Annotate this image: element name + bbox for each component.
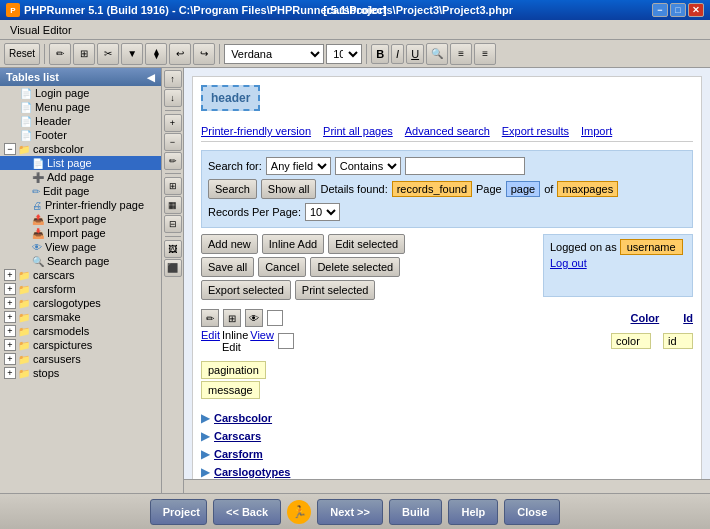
sidebar-collapse-button[interactable]: ◀ xyxy=(147,72,155,83)
vert-btn-9[interactable]: 🖼 xyxy=(164,240,182,258)
sidebar-item-stops[interactable]: + 📁 stops xyxy=(0,366,161,380)
vert-btn-1[interactable]: ↑ xyxy=(164,70,182,88)
per-page-select[interactable]: 10 xyxy=(305,203,340,221)
align-left-button[interactable]: ≡ xyxy=(450,43,472,65)
expander-carsusers[interactable]: + xyxy=(4,353,16,365)
close-window-button[interactable]: ✕ xyxy=(688,3,704,17)
toolbar-btn-4[interactable]: ▼ xyxy=(121,43,143,65)
table-edit-icon[interactable]: ✏ xyxy=(201,309,219,327)
export-results-link[interactable]: Export results xyxy=(502,125,569,137)
list-item-carscars[interactable]: ▶ Carscars xyxy=(201,427,693,445)
reset-button[interactable]: Reset xyxy=(4,43,40,65)
search-button[interactable]: Search xyxy=(208,179,257,199)
col-header-id[interactable]: Id xyxy=(683,312,693,324)
vert-btn-3[interactable]: + xyxy=(164,114,182,132)
sidebar-item-carsform[interactable]: + 📁 carsform xyxy=(0,282,161,296)
vert-btn-2[interactable]: ↓ xyxy=(164,89,182,107)
vert-btn-5[interactable]: ✏ xyxy=(164,152,182,170)
expander-carsform[interactable]: + xyxy=(4,283,16,295)
edit-link[interactable]: Edit xyxy=(201,329,220,353)
table-view-icon[interactable]: 👁 xyxy=(245,309,263,327)
vert-btn-8[interactable]: ⊟ xyxy=(164,215,182,233)
cancel-button[interactable]: Cancel xyxy=(258,257,306,277)
toolbar-btn-2[interactable]: ⊞ xyxy=(73,43,95,65)
sidebar-item-carslogotypes[interactable]: + 📁 carslogotypes xyxy=(0,296,161,310)
toolbar-btn-7[interactable]: ↪ xyxy=(193,43,215,65)
italic-button[interactable]: I xyxy=(391,44,404,64)
sidebar-item-carspictures[interactable]: + 📁 carspictures xyxy=(0,338,161,352)
vert-btn-10[interactable]: ⬛ xyxy=(164,259,182,277)
zoom-button[interactable]: 🔍 xyxy=(426,43,448,65)
print-all-link[interactable]: Print all pages xyxy=(323,125,393,137)
toolbar-btn-1[interactable]: ✏ xyxy=(49,43,71,65)
sidebar-item-import-page[interactable]: 📥 Import page xyxy=(0,226,161,240)
underline-button[interactable]: U xyxy=(406,44,424,64)
show-all-button[interactable]: Show all xyxy=(261,179,317,199)
list-item-carsbcolor[interactable]: ▶ Carsbcolor xyxy=(201,409,693,427)
search-condition-select[interactable]: Contains xyxy=(335,157,401,175)
horizontal-scrollbar[interactable] xyxy=(184,479,710,493)
expander-carsbcolor[interactable]: − xyxy=(4,143,16,155)
editor-scroll[interactable]: header Printer-friendly version Print al… xyxy=(184,68,710,479)
logout-link[interactable]: Log out xyxy=(550,257,587,269)
search-field-select[interactable]: Any field xyxy=(266,157,331,175)
help-button[interactable]: Help xyxy=(448,499,498,525)
expander-carspictures[interactable]: + xyxy=(4,339,16,351)
printer-friendly-link[interactable]: Printer-friendly version xyxy=(201,125,311,137)
vert-btn-4[interactable]: − xyxy=(164,133,182,151)
next-button[interactable]: Next >> xyxy=(317,499,383,525)
search-input[interactable] xyxy=(405,157,525,175)
sidebar-item-carsbcolor[interactable]: − 📁 carsbcolor xyxy=(0,142,161,156)
close-button[interactable]: Close xyxy=(504,499,560,525)
advanced-search-link[interactable]: Advanced search xyxy=(405,125,490,137)
toolbar-btn-3[interactable]: ✂ xyxy=(97,43,119,65)
back-button[interactable]: << Back xyxy=(213,499,281,525)
project-button[interactable]: Project xyxy=(150,499,207,525)
build-button[interactable]: Build xyxy=(389,499,443,525)
sidebar-item-login-page[interactable]: 📄 Login page xyxy=(0,86,161,100)
sidebar-item-menu-page[interactable]: 📄 Menu page xyxy=(0,100,161,114)
sidebar-item-carsusers[interactable]: + 📁 carsusers xyxy=(0,352,161,366)
table-copy-icon[interactable]: ⊞ xyxy=(223,309,241,327)
minimize-button[interactable]: − xyxy=(652,3,668,17)
maximize-button[interactable]: □ xyxy=(670,3,686,17)
sidebar-item-edit-page[interactable]: ✏ Edit page xyxy=(0,184,161,198)
sidebar-item-export-page[interactable]: 📤 Export page xyxy=(0,212,161,226)
expander-carslogotypes[interactable]: + xyxy=(4,297,16,309)
add-new-button[interactable]: Add new xyxy=(201,234,258,254)
print-selected-button[interactable]: Print selected xyxy=(295,280,376,300)
vert-btn-7[interactable]: ▦ xyxy=(164,196,182,214)
import-link[interactable]: Import xyxy=(581,125,612,137)
font-select[interactable]: Verdana xyxy=(224,44,324,64)
toolbar-btn-6[interactable]: ↩ xyxy=(169,43,191,65)
expander-carsmake[interactable]: + xyxy=(4,311,16,323)
col-header-color[interactable]: Color xyxy=(630,312,659,324)
expander-carsmodels[interactable]: + xyxy=(4,325,16,337)
export-selected-button[interactable]: Export selected xyxy=(201,280,291,300)
sidebar-item-footer[interactable]: 📄 Footer xyxy=(0,128,161,142)
sidebar-item-printer-friendly[interactable]: 🖨 Printer-friendly page xyxy=(0,198,161,212)
inline-add-button[interactable]: Inline Add xyxy=(262,234,324,254)
row-checkbox[interactable] xyxy=(278,333,294,349)
list-item-carslogotypes[interactable]: ▶ Carslogotypes xyxy=(201,463,693,479)
select-all-checkbox[interactable] xyxy=(267,310,283,326)
edit-selected-button[interactable]: Edit selected xyxy=(328,234,405,254)
vert-btn-6[interactable]: ⊞ xyxy=(164,177,182,195)
menu-visual-editor[interactable]: Visual Editor xyxy=(4,22,78,38)
sidebar-item-header[interactable]: 📄 Header xyxy=(0,114,161,128)
list-item-carsform[interactable]: ▶ Carsform xyxy=(201,445,693,463)
sidebar-item-list-page[interactable]: 📄 List page xyxy=(0,156,161,170)
sidebar-item-carsmake[interactable]: + 📁 carsmake xyxy=(0,310,161,324)
expander-carscars[interactable]: + xyxy=(4,269,16,281)
font-size-select[interactable]: 1012 xyxy=(326,44,362,64)
delete-selected-button[interactable]: Delete selected xyxy=(310,257,400,277)
sidebar-item-add-page[interactable]: ➕ Add page xyxy=(0,170,161,184)
bold-button[interactable]: B xyxy=(371,44,389,64)
sidebar-item-search-page[interactable]: 🔍 Search page xyxy=(0,254,161,268)
toolbar-btn-5[interactable]: ⧫ xyxy=(145,43,167,65)
align-right-button[interactable]: ≡ xyxy=(474,43,496,65)
expander-stops[interactable]: + xyxy=(4,367,16,379)
save-all-button[interactable]: Save all xyxy=(201,257,254,277)
sidebar-item-view-page[interactable]: 👁 View page xyxy=(0,240,161,254)
sidebar-item-carscars[interactable]: + 📁 carscars xyxy=(0,268,161,282)
